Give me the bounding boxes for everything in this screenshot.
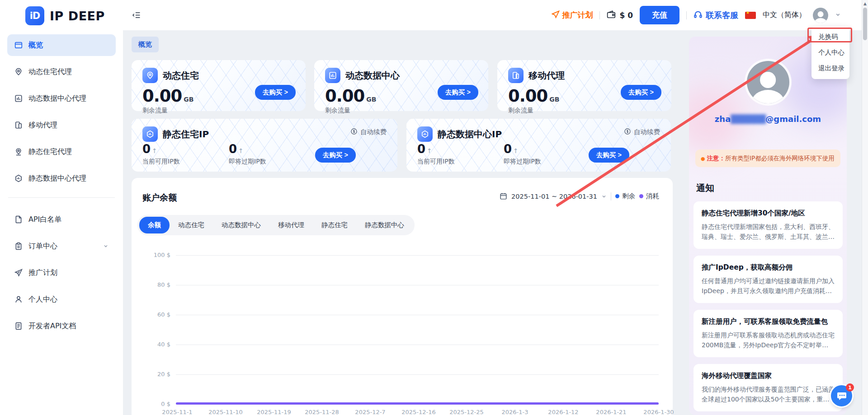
y-axis-tick: 100 $ [142, 252, 170, 258]
traffic-card-mobile-proxy: 移动代理 0.00GB 剩余流量 去购买 > [497, 60, 671, 111]
sidebar-item-promo[interactable]: 推广计划 [7, 262, 116, 284]
brand-name: IP DEEP [50, 9, 105, 23]
chat-widget-button[interactable]: 1 [831, 385, 852, 406]
profile-email: zha██████@gmail.com [689, 114, 847, 124]
china-flag-icon [745, 12, 756, 19]
recharge-button[interactable]: 充值 [640, 6, 679, 24]
support-link[interactable]: 联系客服 [693, 10, 738, 21]
wallet-balance[interactable]: $ 0 [607, 10, 633, 20]
breadcrumb[interactable]: 概览 [132, 37, 159, 52]
gridline [176, 255, 659, 256]
sidebar-item-dynamic-residential[interactable]: 动态住宅代理 [7, 61, 116, 83]
ip-card-static-datacenter: 静态数据中心IP 自动续费 0↑ 当前可用IP数 0↑ 即将过期IP数 去购买 … [406, 119, 671, 172]
sidebar-item-label: 静态住宅代理 [28, 147, 72, 157]
scrollbar-up-arrow[interactable]: ▲ [863, 1, 867, 6]
tab-dynamic-datacenter[interactable]: 动态数据中心 [213, 217, 269, 233]
sidebar-item-label: 静态数据中心代理 [28, 174, 86, 183]
unit: GB [549, 96, 559, 103]
buy-button[interactable]: 去购买 > [621, 85, 661, 100]
sidebar-item-label: 推广计划 [28, 268, 57, 278]
card-title: 移动代理 [528, 70, 565, 82]
notification-item[interactable]: 海外移动代理覆盖国家 我们的海外移动代理服务覆盖范围广泛，已涵盖全球超过100个… [693, 364, 843, 411]
remaining-caption: 剩余流量 [325, 107, 488, 115]
divider [599, 11, 600, 19]
remaining-value: 0.00 [325, 86, 364, 106]
sidebar-menu: 概览 动态住宅代理 动态数据中心代理 移动代理 静态住宅代理 静态数据中心代理 [0, 25, 123, 337]
sidebar-item-orders[interactable]: 订单中心 [7, 235, 116, 257]
tab-static-datacenter[interactable]: 静态数据中心 [356, 217, 413, 233]
plane-icon [14, 269, 23, 277]
notification-title: 静态住宅代理新增30个国家/地区 [702, 209, 835, 218]
card-title: 静态住宅IP [163, 128, 209, 140]
expiring-ip-label: 即将过期IP数 [229, 158, 266, 166]
y-axis-tick: 60 $ [142, 311, 170, 318]
available-ip-value: 0 [417, 142, 425, 156]
sidebar-item-mobile-proxy[interactable]: 移动代理 [7, 114, 116, 136]
up-arrow-icon: ↑ [152, 147, 157, 154]
chevron-down-icon[interactable] [835, 11, 841, 19]
notification-item[interactable]: 静态住宅代理新增30个国家/地区 静态住宅代理新增国家包括，意大利、西班牙、瑞典… [693, 201, 843, 249]
tab-balance[interactable]: 余额 [139, 217, 170, 233]
date-range-picker[interactable]: 2025-11-01 ~ 2026-01-31 [511, 193, 597, 200]
legend-consumed: 消耗 [639, 192, 659, 201]
panel-title: 账户余额 [142, 192, 177, 204]
page-scrollbar[interactable]: ▲ [862, 0, 868, 415]
card-title: 动态住宅 [163, 70, 199, 82]
gridline [176, 315, 659, 315]
sidebar-item-dynamic-datacenter[interactable]: 动态数据中心代理 [7, 88, 116, 109]
brand-logo[interactable]: iD IP DEEP [0, 0, 123, 25]
tab-static-residential[interactable]: 静态住宅 [313, 217, 356, 233]
menu-item-profile[interactable]: 个人中心 [811, 45, 849, 61]
y-axis-tick: 20 $ [142, 371, 170, 378]
notification-item[interactable]: 推广IpDeep，获取高额分佣 任何普通用户均可通过邀约链接邀请新用户加入IpD… [693, 256, 843, 303]
promo-link[interactable]: 推广计划 [552, 10, 593, 20]
x-axis-tick: 2026-1-3 [501, 409, 528, 415]
sidebar-item-api-docs[interactable]: 开发者API文档 [7, 315, 116, 337]
buy-button[interactable]: 去购买 > [315, 148, 356, 163]
sidebar-item-api-whitelist[interactable]: API白名单 [7, 209, 116, 230]
sidebar-item-static-datacenter[interactable]: 静态数据中心代理 [7, 168, 116, 189]
menu-item-redeem-code[interactable]: 兑换码 [811, 29, 849, 45]
gridline [176, 285, 659, 285]
x-axis-tick: 2025-12-7 [355, 409, 385, 415]
person-icon [14, 295, 23, 303]
avatar[interactable] [813, 8, 828, 23]
profile-avatar[interactable] [747, 61, 789, 103]
chevron-down-icon[interactable] [601, 194, 607, 199]
up-arrow-icon: ↑ [513, 147, 519, 154]
hexagon-icon [142, 126, 158, 142]
tab-mobile-proxy[interactable]: 移动代理 [269, 217, 313, 233]
wallet-amount: $ 0 [619, 11, 633, 20]
remaining-caption: 剩余流量 [508, 107, 671, 115]
unit: GB [184, 96, 193, 103]
sidebar-item-static-residential[interactable]: 静态住宅代理 [7, 141, 116, 163]
remaining-caption: 剩余流量 [142, 107, 306, 115]
remaining-value: 0.00 [142, 86, 182, 106]
sidebar-collapse-icon[interactable] [132, 11, 141, 19]
sidebar-item-label: 移动代理 [28, 121, 57, 130]
buy-button[interactable]: 去购买 > [589, 148, 629, 163]
scrollbar-thumb[interactable] [863, 8, 867, 40]
legend-dot [615, 194, 619, 198]
notification-body: 新注册用户可联系客服领取动态机房或动态住宅200MB流量，另外IpDeep官方会… [702, 331, 835, 350]
sidebar-item-profile[interactable]: 个人中心 [7, 289, 116, 310]
notification-item[interactable]: 新注册用户，可联系客服领取免费流量包 新注册用户可联系客服领取动态机房或动态住宅… [693, 310, 843, 357]
brand-logo-icon: iD [25, 6, 44, 25]
sidebar-item-label: API白名单 [28, 215, 61, 224]
tab-dynamic-residential[interactable]: 动态住宅 [170, 217, 213, 233]
buy-button[interactable]: 去购买 > [438, 85, 478, 100]
menu-item-logout[interactable]: 退出登录 [811, 61, 849, 76]
x-axis-tick: 2026-1-12 [548, 409, 578, 415]
auto-renew-toggle[interactable]: 自动续费 [350, 128, 387, 136]
renew-dollar-icon [350, 128, 358, 136]
sidebar-item-label: 个人中心 [28, 295, 57, 304]
chevron-down-icon [103, 242, 108, 251]
up-arrow-icon: ↑ [238, 147, 244, 154]
auto-renew-toggle[interactable]: 自动续费 [624, 128, 660, 136]
sidebar-item-overview[interactable]: 概览 [7, 34, 116, 56]
buy-button[interactable]: 去购买 > [255, 85, 296, 100]
chat-unread-badge: 1 [846, 383, 854, 392]
language-selector[interactable]: 中文（简体） [763, 10, 806, 20]
x-axis-tick: 2025-12-16 [401, 409, 436, 415]
sidebar-item-label: 订单中心 [28, 242, 97, 251]
